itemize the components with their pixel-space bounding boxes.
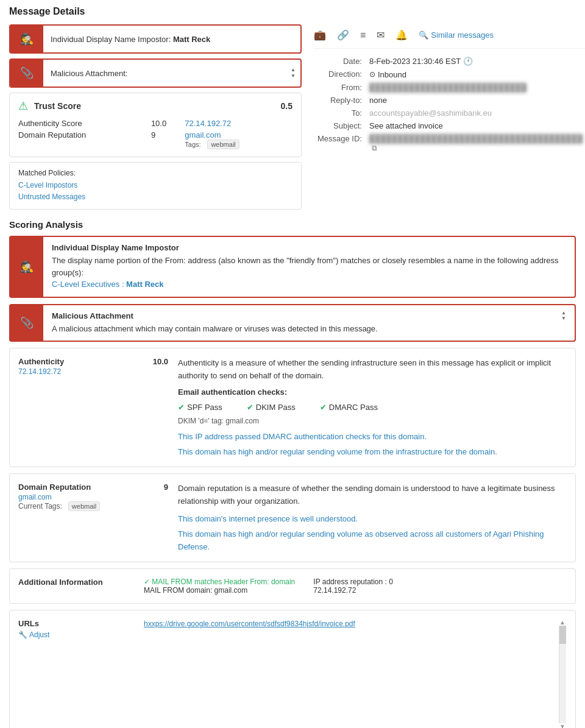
link-icon[interactable]: 🔗 bbox=[337, 29, 349, 41]
urls-adjust-button[interactable]: 🔧 Adjust bbox=[18, 631, 134, 639]
to-blurred: accountspayable@sashimibank.eu bbox=[369, 108, 492, 118]
trust-domain-tags-value: webmail bbox=[207, 140, 239, 149]
scroll-up-arrow[interactable]: ▲ bbox=[559, 619, 566, 626]
urls-title: URLs bbox=[18, 619, 134, 628]
score-card-impostor-title: Individual Display Name Impostor bbox=[52, 243, 566, 252]
attachment-score-spinner[interactable]: ▲ ▼ bbox=[558, 305, 570, 341]
score-card-impostor-icon: 🕵 bbox=[10, 237, 43, 297]
spinner-down[interactable]: ▼ bbox=[291, 73, 296, 79]
addl-ip-addr: 72.14.192.72 bbox=[313, 586, 393, 595]
addl-row: Additional Information ✓ MAIL FROM match… bbox=[18, 578, 567, 595]
spinner-up2[interactable]: ▲ bbox=[561, 310, 566, 316]
urls-scrollbar[interactable]: ▲ ▼ bbox=[558, 619, 567, 728]
spf-check-icon: ✔ bbox=[178, 401, 185, 414]
meta-to-row: To: accountspayable@sashimibank.eu bbox=[314, 107, 585, 119]
to-label: To: bbox=[314, 107, 366, 119]
spf-check: ✔ SPF Pass bbox=[178, 401, 222, 414]
domain-reputation-section: Domain Reputation gmail.com Current Tags… bbox=[9, 473, 576, 562]
addl-title: Additional Information bbox=[18, 578, 134, 592]
authenticity-row: Authenticity 72.14.192.72 10.0 Authentic… bbox=[10, 348, 575, 467]
url-link[interactable]: hxxps://drive.google.com/usercontent/sdf… bbox=[144, 620, 355, 628]
trust-title: Trust Score bbox=[34, 101, 81, 111]
dkim-check: ✔ DKIM Pass bbox=[247, 401, 296, 414]
page-title: Message Details bbox=[9, 6, 576, 17]
trust-icon: ⚠ bbox=[18, 99, 28, 113]
right-panel: 💼 🔗 ≡ ✉ 🔔 🔍 Similar messages Date: 8-Feb… bbox=[314, 24, 585, 210]
direction-icon: ⊙ bbox=[369, 70, 375, 79]
trust-score-value: 0.5 bbox=[281, 101, 292, 111]
meta-replyto-row: Reply-to: none bbox=[314, 94, 585, 107]
domain-reputation-row: Domain Reputation gmail.com Current Tags… bbox=[10, 474, 575, 562]
domain-tags-badge: webmail bbox=[68, 501, 100, 511]
message-icons-row: 💼 🔗 ≡ ✉ 🔔 🔍 Similar messages bbox=[314, 24, 585, 49]
domain-reputation-score: 9 bbox=[144, 482, 168, 492]
subject-value: See attached invoice bbox=[366, 119, 585, 132]
auth-checks-row: ✔ SPF Pass ✔ DKIM Pass ✔ DMARC Pass bbox=[178, 401, 567, 414]
addl-mail-domain: MAIL FROM domain: gmail.com bbox=[144, 586, 295, 595]
trust-header: ⚠ Trust Score 0.5 bbox=[18, 99, 292, 113]
replyto-value: none bbox=[366, 94, 585, 107]
trust-authenticity-row: Authenticity Score 10.0 72.14.192.72 bbox=[18, 118, 292, 129]
similar-messages-button[interactable]: 🔍 Similar messages bbox=[419, 30, 494, 40]
score-card-impostor-body: Individual Display Name Impostor The dis… bbox=[43, 237, 575, 297]
impostor-value: Matt Reck bbox=[173, 35, 210, 44]
attachment-spinner[interactable]: ▲ ▼ bbox=[291, 67, 296, 79]
meta-messageid-row: Message ID: ████████████████████████████… bbox=[314, 132, 585, 154]
date-label: Date: bbox=[314, 55, 366, 68]
authenticity-ip[interactable]: 72.14.192.72 bbox=[18, 367, 134, 376]
copy-icon[interactable]: ⧉ bbox=[372, 144, 377, 152]
briefcase-icon[interactable]: 💼 bbox=[314, 29, 326, 41]
scoring-analysis-title: Scoring Analysis bbox=[9, 219, 576, 230]
top-section: 🕵 Individual Display Name Impostor: Matt… bbox=[9, 24, 576, 210]
dkim-check-icon: ✔ bbox=[247, 401, 254, 414]
bell-icon[interactable]: 🔔 bbox=[395, 29, 408, 41]
domain-reputation-tags: Current Tags: webmail bbox=[18, 501, 134, 511]
trust-domain-link-cell: gmail.com Tags: webmail bbox=[185, 129, 292, 150]
trust-domain-row: Domain Reputation 9 gmail.com Tags: webm… bbox=[18, 129, 292, 150]
alert-display-name-label: Individual Display Name Impostor: Matt R… bbox=[43, 30, 300, 49]
from-label: From: bbox=[314, 81, 366, 94]
spinner-up[interactable]: ▲ bbox=[291, 67, 296, 73]
domain-reputation-title: Domain Reputation bbox=[18, 482, 134, 492]
policy-c-level[interactable]: C-Level Impostors bbox=[18, 180, 292, 191]
authenticity-title: Authenticity bbox=[18, 357, 134, 366]
message-meta-table: Date: 8-Feb-2023 21:30:46 EST 🕐 Directio… bbox=[314, 55, 585, 154]
authenticity-section: Authenticity 72.14.192.72 10.0 Authentic… bbox=[9, 348, 576, 467]
list-icon[interactable]: ≡ bbox=[360, 30, 366, 41]
addl-ip-rep: IP address reputation : 0 bbox=[313, 578, 393, 586]
trust-auth-label: Authenticity Score bbox=[18, 118, 151, 129]
domain-reputation-domain[interactable]: gmail.com bbox=[18, 493, 134, 501]
authenticity-content: Authenticity is a measure of whether the… bbox=[178, 357, 567, 458]
score-card-attachment-icon: 📎 bbox=[10, 305, 43, 341]
scroll-down-arrow[interactable]: ▼ bbox=[559, 723, 566, 728]
matched-policies-box: Matched Policies: C-Level Impostors Untr… bbox=[9, 162, 302, 210]
domain-reputation-content: Domain reputation is a measure of whethe… bbox=[178, 482, 567, 553]
replyto-label: Reply-to: bbox=[314, 94, 366, 107]
score-card-attachment: 📎 Malicious Attachment A malicious attac… bbox=[9, 304, 576, 342]
urls-left: URLs 🔧 Adjust bbox=[18, 619, 134, 639]
urls-section: URLs 🔧 Adjust hxxps://drive.google.com/u… bbox=[9, 610, 576, 728]
authenticity-left: Authenticity 72.14.192.72 bbox=[18, 357, 134, 376]
score-card-group-link[interactable]: C-Level Executives : Matt Reck bbox=[52, 280, 164, 289]
auth-line1: This IP address passed DMARC authenticat… bbox=[178, 431, 567, 444]
trust-auth-link: 72.14.192.72 bbox=[185, 118, 292, 129]
dmarc-check-icon: ✔ bbox=[320, 401, 327, 414]
policy-untrusted[interactable]: Untrusted Messages bbox=[18, 191, 292, 203]
envelope-icon[interactable]: ✉ bbox=[377, 29, 385, 41]
matched-policies-label: Matched Policies: bbox=[18, 169, 292, 177]
score-card-impostor-desc: The display name portion of the From: ad… bbox=[52, 255, 566, 291]
direction-value: ⊙ Inbound bbox=[366, 68, 585, 81]
dmarc-check: ✔ DMARC Pass bbox=[320, 401, 378, 414]
domain-line2: This domain has high and/or regular send… bbox=[178, 528, 567, 554]
domain-reputation-left: Domain Reputation gmail.com Current Tags… bbox=[18, 482, 134, 511]
meta-from-row: From: ████████████████████████████ bbox=[314, 81, 585, 94]
meta-subject-row: Subject: See attached invoice bbox=[314, 119, 585, 132]
addl-col1: ✓ MAIL FROM matches Header From: domain … bbox=[144, 578, 295, 595]
urls-content: hxxps://drive.google.com/usercontent/sdf… bbox=[144, 619, 548, 628]
score-card-attachment-desc: A malicious attachment which may contain… bbox=[52, 323, 549, 335]
spinner-down2[interactable]: ▼ bbox=[561, 316, 566, 322]
clock-icon: 🕐 bbox=[463, 57, 473, 66]
messageid-label: Message ID: bbox=[314, 132, 366, 154]
score-card-attachment-title: Malicious Attachment bbox=[52, 311, 549, 320]
additional-info-section: Additional Information ✓ MAIL FROM match… bbox=[9, 568, 576, 604]
